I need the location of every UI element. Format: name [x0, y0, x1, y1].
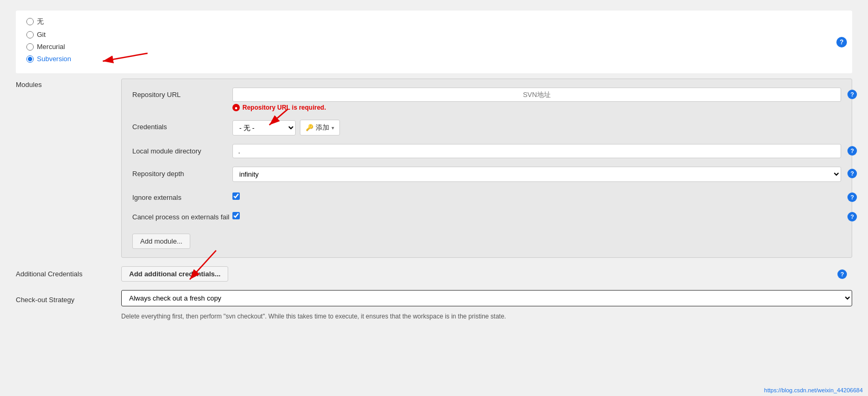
- repo-url-label: Repository URL: [132, 88, 232, 99]
- subversion-arrow: [90, 51, 153, 72]
- radio-input-subversion[interactable]: [26, 55, 34, 63]
- checkout-strategy-label: Check-out Strategy: [16, 293, 121, 304]
- radio-git[interactable]: Git: [26, 31, 842, 38]
- credentials-select[interactable]: - 无 -: [232, 120, 296, 136]
- checkout-strategy-description: Delete everything first, then perform "s…: [121, 311, 852, 320]
- radio-label-none: 无: [37, 17, 44, 26]
- local-dir-label: Local module directory: [132, 144, 232, 155]
- repo-url-row: Repository URL ● Repository URL is requi…: [132, 88, 841, 111]
- cancel-externals-label: Cancel process on externals fail: [132, 210, 232, 221]
- cancel-externals-help-icon[interactable]: ?: [847, 212, 857, 221]
- local-dir-input[interactable]: [232, 144, 841, 158]
- cancel-externals-row: Cancel process on externals fail ?: [132, 210, 841, 221]
- error-icon: ●: [232, 104, 240, 111]
- radio-label-git: Git: [37, 31, 46, 38]
- radio-label-mercurial: Mercurial: [37, 43, 65, 51]
- repo-url-input[interactable]: [232, 88, 841, 102]
- radio-input-mercurial[interactable]: [26, 43, 34, 51]
- credentials-label: Credentials: [132, 120, 232, 131]
- radio-subversion[interactable]: Subversion: [26, 55, 842, 63]
- radio-none[interactable]: 无: [26, 17, 842, 26]
- radio-label-subversion: Subversion: [37, 55, 71, 63]
- repo-url-help-icon[interactable]: ?: [847, 90, 857, 99]
- add-credentials-button[interactable]: 🔑 添加 ▾: [300, 120, 340, 136]
- additional-credentials-help-icon[interactable]: ?: [837, 269, 847, 279]
- radio-group-help-icon[interactable]: ?: [836, 37, 847, 47]
- ignore-externals-checkbox[interactable]: [232, 192, 240, 200]
- dropdown-arrow-icon: ▾: [331, 125, 334, 131]
- ignore-externals-label: Ignore externals: [132, 190, 232, 201]
- repo-depth-row: Repository depth infinity ?: [132, 167, 841, 182]
- additional-credentials-label: Additional Credentials: [16, 270, 121, 278]
- bottom-link: https://blog.csdn.net/weixin_44206684: [764, 387, 863, 393]
- radio-input-git[interactable]: [26, 31, 34, 38]
- checkout-strategy-section: Check-out Strategy Always check out a fr…: [16, 290, 852, 320]
- error-message-row: ● Repository URL is required.: [232, 104, 841, 111]
- add-additional-credentials-button[interactable]: Add additional credentials...: [121, 266, 228, 282]
- add-module-button[interactable]: Add module...: [132, 234, 190, 249]
- add-button-label: 添加: [316, 123, 329, 132]
- ignore-externals-row: Ignore externals ?: [132, 190, 841, 201]
- ignore-externals-help-icon[interactable]: ?: [847, 192, 857, 202]
- repo-depth-select[interactable]: infinity: [232, 167, 841, 182]
- credentials-row: Credentials - 无 - 🔑 添加 ▾: [132, 120, 841, 136]
- error-text: Repository URL is required.: [242, 104, 326, 111]
- local-dir-help-icon[interactable]: ?: [847, 146, 857, 156]
- modules-label: Modules: [16, 76, 42, 93]
- repo-depth-label: Repository depth: [132, 167, 232, 178]
- cancel-externals-checkbox[interactable]: [232, 212, 240, 219]
- radio-mercurial[interactable]: Mercurial: [26, 43, 842, 51]
- local-dir-row: Local module directory ?: [132, 144, 841, 158]
- repo-depth-help-icon[interactable]: ?: [847, 169, 857, 178]
- checkout-strategy-select[interactable]: Always check out a fresh copy: [121, 290, 852, 306]
- radio-input-none[interactable]: [26, 18, 34, 25]
- key-icon: 🔑: [306, 124, 314, 131]
